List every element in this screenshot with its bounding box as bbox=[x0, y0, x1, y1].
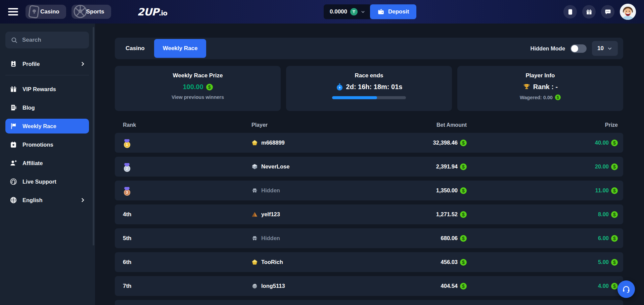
race-tabs-bar: Casino Weekly Race Hidden Mode 10 bbox=[115, 38, 623, 59]
headset-icon bbox=[622, 285, 630, 293]
menu-toggle-button[interactable] bbox=[8, 8, 18, 15]
player-rank: Rank : - bbox=[533, 83, 558, 91]
soccer-ball-icon bbox=[72, 3, 88, 20]
player-cell: Hidden bbox=[251, 235, 417, 241]
prize-cell: 40.00 $ bbox=[467, 140, 623, 146]
sidebar-item-promotions[interactable]: Promotions bbox=[5, 137, 89, 152]
player-cell: NeverLose bbox=[251, 163, 417, 170]
bet-amount-cell: 32,398.46 $ bbox=[417, 140, 467, 146]
bet-amount-value: 404.54 bbox=[441, 283, 458, 289]
header-bet-amount: Bet Amount bbox=[417, 122, 467, 128]
table-row: 2 NeverLose 2,391.94 $ 20.00 $ bbox=[115, 157, 623, 177]
silver-cube-icon bbox=[251, 163, 258, 170]
sidebar-item-english[interactable]: English bbox=[5, 193, 89, 207]
prize-cell: 4.00 $ bbox=[467, 283, 623, 290]
dollar-coin-icon: $ bbox=[206, 84, 213, 90]
player-name: long5113 bbox=[261, 283, 285, 289]
gold-pentagon-icon bbox=[251, 140, 258, 146]
gift-icon bbox=[586, 9, 592, 15]
live-chat-fab[interactable] bbox=[617, 280, 635, 298]
hidden-mode-toggle[interactable] bbox=[570, 44, 587, 53]
deposit-button[interactable]: Deposit bbox=[370, 4, 416, 19]
table-row: 4th yelf123 1,271.52 $ 8.00 $ bbox=[115, 204, 623, 224]
chat-icon bbox=[605, 9, 611, 15]
player-name: m668899 bbox=[261, 140, 285, 146]
rank-cell: 2 bbox=[115, 162, 251, 172]
leaderboard-table: Rank Player Bet Amount Prize 1 m668899 3… bbox=[115, 117, 623, 305]
table-row: 6th TooRich 456.03 $ 5.00 $ bbox=[115, 252, 623, 272]
sidebar-item-affiliate[interactable]: Affiliate bbox=[5, 156, 89, 170]
tab-weekly-race[interactable]: Weekly Race bbox=[154, 39, 206, 58]
sidebar-divider bbox=[5, 75, 89, 75]
race-progress-bar bbox=[332, 96, 406, 99]
gray-rock-icon bbox=[251, 283, 258, 289]
header-prize: Prize bbox=[467, 122, 623, 128]
bet-amount-value: 456.03 bbox=[441, 259, 458, 265]
topbar-actions bbox=[563, 4, 636, 20]
brand-logo[interactable]: 2UP.io bbox=[137, 6, 167, 18]
user-avatar[interactable] bbox=[620, 4, 636, 20]
prize-value: 4.00 bbox=[598, 283, 609, 289]
table-body: 1 m668899 32,398.46 $ 40.00 $ 2 NeverLos… bbox=[115, 133, 623, 296]
sidebar-item-live-support[interactable]: Live Support bbox=[5, 174, 89, 189]
table-row: 5th Hidden 680.06 $ 6.00 $ bbox=[115, 228, 623, 248]
rank-text: 7th bbox=[123, 283, 132, 289]
page-size-select[interactable]: 10 bbox=[592, 41, 618, 56]
search-input[interactable]: Search bbox=[5, 32, 89, 48]
player-name: NeverLose bbox=[261, 163, 289, 170]
bronze-medal-icon: 3 bbox=[123, 187, 131, 196]
bet-slip-button[interactable] bbox=[563, 5, 577, 18]
gold-pentagon-icon bbox=[251, 259, 258, 265]
sidebar-item-weekly-race[interactable]: Weekly Race bbox=[5, 119, 89, 134]
stopwatch-icon bbox=[336, 83, 343, 91]
calendar-star-icon bbox=[9, 141, 17, 149]
table-row: 3 Hidden 1,350.00 $ 11.00 $ bbox=[115, 181, 623, 200]
bet-amount-value: 680.06 bbox=[441, 235, 458, 241]
nav-sports-button[interactable]: Sports bbox=[72, 5, 111, 19]
bet-amount-cell: 2,391.94 $ bbox=[417, 163, 467, 170]
dollar-coin-icon: $ bbox=[460, 259, 467, 266]
rewards-button[interactable] bbox=[582, 5, 596, 18]
chevron-right-icon bbox=[80, 61, 86, 67]
rank-cell: 3 bbox=[115, 186, 251, 196]
tether-coin-icon bbox=[350, 8, 358, 15]
tab-casino[interactable]: Casino bbox=[116, 39, 154, 58]
race-card-title: Race ends bbox=[286, 72, 452, 79]
sidebar-item-label: Affiliate bbox=[22, 160, 43, 166]
chevron-right-icon bbox=[80, 197, 86, 203]
rank-text: 5th bbox=[123, 235, 132, 241]
dollar-coin-icon: $ bbox=[611, 283, 618, 290]
headset-icon bbox=[9, 178, 17, 186]
player-info-card: Player Info Rank : - Wagered: 0.00 $ bbox=[457, 66, 623, 111]
sidebar-item-profile[interactable]: Profile bbox=[5, 56, 89, 71]
player-cell: m668899 bbox=[251, 140, 417, 146]
tabs-right-controls: Hidden Mode 10 bbox=[531, 41, 622, 56]
sidebar-menu: Profile VIP Rewards Blog Weekly Race Pro… bbox=[0, 56, 95, 207]
sidebar-scrollbar[interactable] bbox=[93, 27, 94, 245]
hidden-mode-label: Hidden Mode bbox=[531, 45, 565, 52]
prize-cell: 6.00 $ bbox=[467, 235, 623, 242]
dollar-coin-icon: $ bbox=[460, 163, 467, 170]
sidebar-item-vip-rewards[interactable]: VIP Rewards bbox=[5, 82, 89, 97]
gift-icon bbox=[9, 85, 17, 93]
previous-winners-link[interactable]: View previous winners bbox=[115, 94, 281, 100]
nav-casino-button[interactable]: Casino bbox=[26, 5, 66, 19]
flag-icon bbox=[9, 122, 17, 130]
rank-cell: 7th bbox=[115, 283, 251, 290]
news-icon bbox=[9, 104, 17, 112]
table-row: 7th long5113 404.54 $ 4.00 $ bbox=[115, 276, 623, 296]
sidebar-item-blog[interactable]: Blog bbox=[5, 100, 89, 115]
table-row-partial bbox=[115, 300, 623, 305]
balance-dropdown[interactable]: 0.0000 bbox=[324, 4, 370, 19]
wallet-group: 0.0000 Deposit bbox=[324, 4, 416, 19]
player-cell: yelf123 bbox=[251, 211, 417, 218]
prize-amount: 100.00 bbox=[183, 83, 203, 91]
sidebar-item-label: Profile bbox=[22, 61, 40, 67]
messages-button[interactable] bbox=[601, 5, 614, 18]
bet-slip-icon bbox=[567, 9, 573, 15]
bet-amount-cell: 1,271.52 $ bbox=[417, 211, 467, 218]
player-card-title: Player Info bbox=[457, 72, 623, 79]
search-placeholder: Search bbox=[22, 37, 41, 43]
player-cell: long5113 bbox=[251, 283, 417, 289]
rank-text: 4th bbox=[123, 211, 132, 218]
